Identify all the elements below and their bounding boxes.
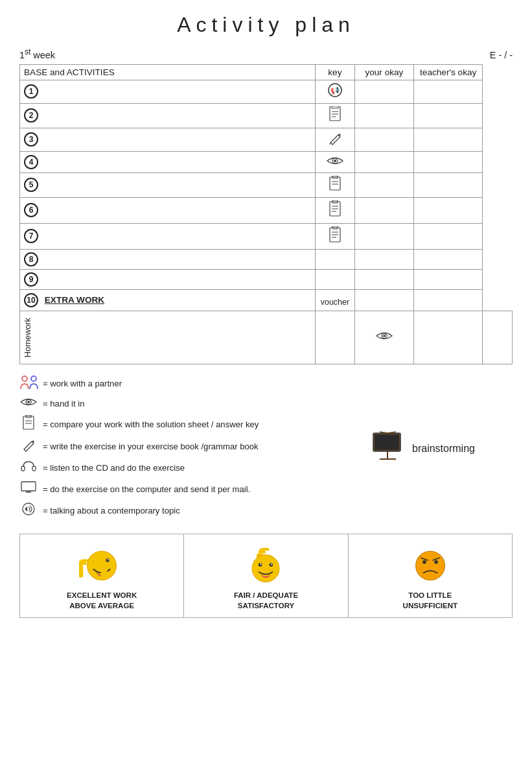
homework-key-icon xyxy=(354,311,413,364)
teacher-okay-9 xyxy=(413,269,482,289)
table-row: 6 xyxy=(20,197,513,223)
eye-icon xyxy=(19,396,38,411)
teacher-okay-2 xyxy=(413,103,482,128)
legend-item-speaker: = talking about a contemporary topic xyxy=(19,502,357,519)
your-okay-7 xyxy=(354,223,413,249)
svg-rect-36 xyxy=(21,482,36,491)
homework-activity xyxy=(316,311,355,364)
key-icon-2 xyxy=(316,103,355,128)
table-row: 4 xyxy=(20,151,513,172)
svg-point-25 xyxy=(383,335,386,337)
your-okay-5 xyxy=(354,172,413,197)
your-okay-6 xyxy=(354,197,413,223)
svg-rect-50 xyxy=(101,565,108,578)
teacher-okay-6 xyxy=(413,197,482,223)
teacher-okay-7 xyxy=(413,223,482,249)
legend-item-partner: = work with a partner xyxy=(19,375,357,392)
legend-text-write: = write the exercise in your exercise bo… xyxy=(43,442,259,451)
table-row-extra: 10 EXTRA WORK voucher xyxy=(20,289,513,311)
legend-text-partner: = work with a partner xyxy=(43,379,122,388)
teacher-okay-3 xyxy=(413,128,482,151)
col-header-your: your okay xyxy=(354,64,413,80)
table-row: 3 xyxy=(20,128,513,151)
emoji-excellent-label: EXCELLENT WORKABOVE AVERAGE xyxy=(67,590,137,611)
teacher-okay-8 xyxy=(413,249,482,269)
page-title: Activity plan xyxy=(19,13,513,37)
legend-item-eye: = hand it in xyxy=(19,396,357,411)
svg-point-29 xyxy=(27,401,30,403)
legend-text-clipboard: = compare your work with the solution sh… xyxy=(43,420,259,429)
svg-rect-46 xyxy=(79,565,83,578)
legend-list: = work with a partner = hand it in = com… xyxy=(19,375,357,523)
emoji-poor-face xyxy=(408,542,453,590)
teacher-okay-10 xyxy=(413,289,482,311)
teacher-okay-4 xyxy=(413,151,482,172)
key-icon-1: 📢 xyxy=(316,80,355,103)
legend-item-write: = write the exercise in your exercise bo… xyxy=(19,438,357,455)
table-row: 2 xyxy=(20,103,513,128)
write-icon xyxy=(19,438,38,455)
homework-row: Homework xyxy=(20,311,513,364)
your-okay-1 xyxy=(354,80,413,103)
svg-rect-41 xyxy=(375,434,399,450)
emoji-fair-label: FAIR / ADEQUATESATISFACTORY xyxy=(234,590,298,611)
key-icon-8 xyxy=(316,249,355,269)
col-header-teacher: teacher's okay xyxy=(413,64,482,80)
emoji-excellent-face xyxy=(79,542,124,590)
partner-icon xyxy=(19,375,38,392)
legend-item-computer: = do the exercise on the computer and se… xyxy=(19,480,357,498)
extra-work-label: EXTRA WORK xyxy=(45,295,104,305)
homework-label: Homework xyxy=(20,311,38,364)
emoji-poor: TOO LITTLEUNSUFFICIENT xyxy=(349,534,512,617)
homework-your-okay xyxy=(413,311,482,364)
brainstorming-label: brainstorming xyxy=(412,443,475,455)
svg-point-55 xyxy=(260,563,262,565)
svg-rect-30 xyxy=(23,416,34,429)
emoji-section: EXCELLENT WORKABOVE AVERAGE xyxy=(19,534,513,618)
key-icon-10: voucher xyxy=(316,289,355,311)
svg-point-60 xyxy=(422,560,426,564)
emoji-fair: FAIR / ADEQUATESATISFACTORY xyxy=(184,534,348,617)
computer-icon xyxy=(19,480,38,498)
col-header-activity: BASE and ACTIVITIES xyxy=(20,64,316,80)
your-okay-3 xyxy=(354,128,413,151)
table-row: 7 xyxy=(20,223,513,249)
svg-point-27 xyxy=(31,376,36,381)
svg-rect-34 xyxy=(21,466,25,471)
key-icon-6 xyxy=(316,197,355,223)
your-okay-9 xyxy=(354,269,413,289)
grade-label: E - / - xyxy=(490,50,513,60)
emoji-fair-face xyxy=(243,542,288,590)
legend-text-headphone: = listen to the CD and do the exercise xyxy=(43,463,185,473)
table-row: 8 xyxy=(20,249,513,269)
emoji-excellent: EXCELLENT WORKABOVE AVERAGE xyxy=(20,534,184,617)
your-okay-10 xyxy=(354,289,413,311)
legend-text-eye: = hand it in xyxy=(43,399,85,409)
col-header-key: key xyxy=(316,64,355,80)
teacher-okay-5 xyxy=(413,172,482,197)
key-icon-7 xyxy=(316,223,355,249)
svg-rect-35 xyxy=(32,466,36,471)
svg-point-61 xyxy=(434,560,438,564)
legend-text-computer: = do the exercise on the computer and se… xyxy=(43,484,250,494)
table-row: 9 xyxy=(20,269,513,289)
legend-item-headphone: = listen to the CD and do the exercise xyxy=(19,459,357,477)
key-icon-3 xyxy=(316,128,355,151)
activity-table: BASE and ACTIVITIES key your okay teache… xyxy=(19,64,513,364)
headphone-icon xyxy=(19,459,38,477)
svg-text:📢: 📢 xyxy=(330,86,340,95)
svg-point-39 xyxy=(23,503,34,515)
table-row: 5 xyxy=(20,172,513,197)
your-okay-4 xyxy=(354,151,413,172)
svg-point-49 xyxy=(108,559,109,560)
your-okay-2 xyxy=(354,103,413,128)
your-okay-8 xyxy=(354,249,413,269)
voucher-label: voucher xyxy=(321,298,349,307)
speaker-icon xyxy=(19,502,38,519)
svg-point-9 xyxy=(334,160,336,162)
week-row: 1st week E - / - xyxy=(19,47,513,60)
key-icon-5 xyxy=(316,172,355,197)
week-label: 1st week xyxy=(19,47,55,60)
legend-section: = work with a partner = hand it in = com… xyxy=(19,375,513,523)
emoji-poor-label: TOO LITTLEUNSUFFICIENT xyxy=(403,590,457,611)
